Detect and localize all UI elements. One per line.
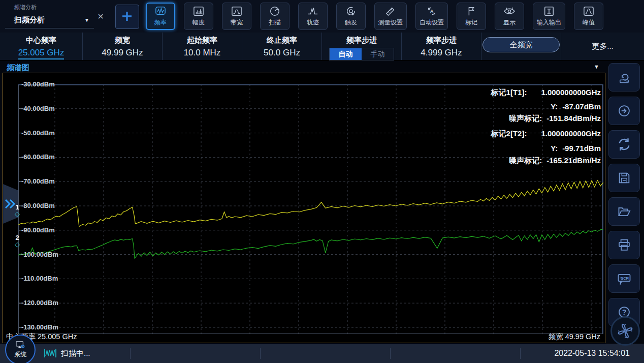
- system-gear-icon: [15, 341, 26, 350]
- open-folder-icon: [617, 204, 631, 219]
- toolbar-button-frequency[interactable]: 频率: [146, 3, 175, 30]
- spectrum-analyzer-screen: 频谱分析 扫频分析 ▼ × 频率 幅度: [0, 0, 644, 363]
- toolbar-button-amplitude[interactable]: 幅度: [184, 3, 213, 30]
- span-value: 49.99 GHz: [102, 48, 143, 58]
- save-button[interactable]: [608, 164, 640, 192]
- frequency-icon: [155, 6, 166, 17]
- y-axis-label: -90.00dBm: [21, 226, 55, 234]
- center-frequency-field[interactable]: 中心频率 25.005 GHz: [0, 33, 83, 60]
- marker1-frequency-readout: 标记1[T1]:1.000000000GHz: [491, 88, 601, 98]
- marker1-level-readout: Y:-87.07dBm: [551, 102, 601, 111]
- toolbar-button-display[interactable]: 显示: [495, 3, 524, 30]
- full-span-cell: 全频宽: [481, 33, 561, 60]
- print-button[interactable]: [608, 231, 640, 259]
- step-auto-option[interactable]: 自动: [330, 48, 362, 60]
- toolbar-button-bandwidth[interactable]: 带宽: [222, 3, 251, 30]
- start-frequency-value: 10.0 MHz: [184, 48, 221, 58]
- full-span-button[interactable]: 全频宽: [482, 37, 560, 52]
- top-toolbar: 频谱分析 扫频分析 ▼ × 频率 幅度: [0, 0, 644, 33]
- sweep-status-text: 扫描中...: [61, 349, 90, 358]
- marker1-noise-readout: 噪声标记:-151.84dBm/Hz: [509, 114, 601, 124]
- tab-dropdown-icon[interactable]: ▼: [84, 17, 89, 23]
- status-bar: 扫描中... 2022-05-13 15:54:01: [0, 344, 644, 363]
- start-frequency-field[interactable]: 起始频率 10.0 MHz: [163, 33, 242, 60]
- toolbar-divider: [113, 5, 113, 28]
- frequency-step-value: 4.999 GHz: [421, 48, 462, 58]
- amplitude-icon: [193, 6, 204, 17]
- right-sidebar: SCPI ?: [608, 63, 642, 326]
- chart-header: 频谱图 ▼: [3, 62, 605, 73]
- toolbar-button-peak[interactable]: 峰值: [574, 3, 603, 30]
- system-button[interactable]: 系统: [5, 335, 36, 363]
- plus-icon: [121, 11, 133, 22]
- spectrum-chart: -30.00dBm -40.00dBm -50.00dBm -60.00dBm …: [3, 73, 605, 343]
- trace-marker-1[interactable]: 1 ◇: [13, 204, 21, 218]
- y-axis-label: -80.00dBm: [21, 202, 55, 209]
- tab-mode-title: 扫频分析: [14, 15, 45, 25]
- y-axis-label: -30.00dBm: [21, 80, 55, 88]
- auto-setup-icon: A: [426, 6, 437, 17]
- toolbar-button-input-output[interactable]: 输入输出: [533, 3, 565, 30]
- scpi-button[interactable]: SCPI: [608, 264, 640, 293]
- scpi-bubble-icon: SCPI: [617, 271, 632, 286]
- toolbar-button-trace[interactable]: 轨迹: [298, 3, 328, 30]
- trace-marker-2[interactable]: 2 ◇: [13, 235, 21, 248]
- measurement-tab[interactable]: 频谱分析 扫频分析 ▼ ×: [0, 0, 114, 33]
- tab-close-icon[interactable]: ×: [98, 11, 104, 21]
- frequency-step-mode-field: 频率步进 自动 手动: [322, 33, 402, 60]
- floppy-disk-icon: [617, 171, 631, 185]
- single-continue-button[interactable]: [608, 97, 640, 125]
- toolbar-button-trigger[interactable]: 触发: [336, 3, 366, 30]
- toolbar-button-marker[interactable]: 标记: [457, 3, 486, 30]
- sweeping-waveform-icon: [44, 348, 57, 358]
- span-field[interactable]: 频宽 49.99 GHz: [83, 33, 163, 60]
- flag-icon: [466, 6, 477, 17]
- sweep-clock-icon: [269, 6, 280, 17]
- arrow-right-circle-icon: [617, 104, 631, 118]
- trigger-icon: [345, 6, 357, 17]
- io-icon: [543, 6, 555, 17]
- chart-span-label: 频宽 49.99 GHz: [549, 332, 600, 342]
- more-cell: 更多...: [561, 33, 644, 60]
- traces: [18, 180, 603, 258]
- status-divider: [390, 348, 391, 359]
- preset-icon: [617, 70, 631, 84]
- marker-diamond-icon: ◇: [13, 241, 21, 248]
- toolbar-buttons: 频率 幅度 带宽 扫描: [146, 3, 603, 30]
- restart-button[interactable]: [608, 130, 640, 159]
- status-divider: [130, 348, 131, 359]
- toolbar-button-sweep[interactable]: 扫描: [260, 3, 289, 30]
- eye-icon: [503, 6, 516, 17]
- step-manual-option[interactable]: 手动: [362, 48, 394, 60]
- frequency-step-field[interactable]: 频率步进 4.999 GHz: [402, 33, 481, 60]
- ruler-icon: [385, 6, 396, 17]
- y-axis-label: -100.00dBm: [21, 251, 58, 258]
- refresh-arrows-icon: [617, 137, 632, 152]
- y-axis-label: -130.00dBm: [21, 323, 58, 331]
- chart-collapse-icon[interactable]: ▼: [594, 64, 599, 70]
- toolbar-button-meas-setup[interactable]: 测量设置: [374, 3, 407, 30]
- preset-button[interactable]: [608, 63, 640, 92]
- stop-frequency-value: 50.0 GHz: [264, 48, 300, 58]
- add-tab-button[interactable]: [115, 5, 139, 29]
- sweep-status: 扫描中...: [44, 344, 90, 363]
- windmill-cross-icon: [616, 322, 634, 340]
- navigation-cross-button[interactable]: [610, 316, 640, 346]
- more-button[interactable]: 更多...: [592, 42, 614, 51]
- tab-underline: [5, 28, 94, 28]
- datetime-display: 2022-05-13 15:54:01: [554, 344, 630, 363]
- trace-icon: [307, 6, 318, 17]
- y-axis-label: -120.00dBm: [21, 299, 58, 307]
- chart-title: 频谱图: [7, 63, 29, 73]
- y-axis-label: -70.00dBm: [21, 177, 55, 185]
- toolbar-button-auto-setup[interactable]: A 自动设置: [415, 3, 448, 30]
- bandwidth-icon: [231, 6, 242, 17]
- svg-text:?: ?: [622, 308, 627, 316]
- open-file-button[interactable]: [608, 197, 640, 226]
- marker2-frequency-readout: 标记2[T2]:1.000000000GHz: [491, 129, 601, 139]
- marker2-level-readout: Y:-99.71dBm: [551, 144, 601, 153]
- stop-frequency-field[interactable]: 终止频率 50.0 GHz: [242, 33, 322, 60]
- system-button-label: 系统: [14, 350, 26, 359]
- parameter-bar: 中心频率 25.005 GHz 频宽 49.99 GHz 起始频率 10.0 M…: [0, 33, 644, 61]
- status-divider: [520, 348, 521, 359]
